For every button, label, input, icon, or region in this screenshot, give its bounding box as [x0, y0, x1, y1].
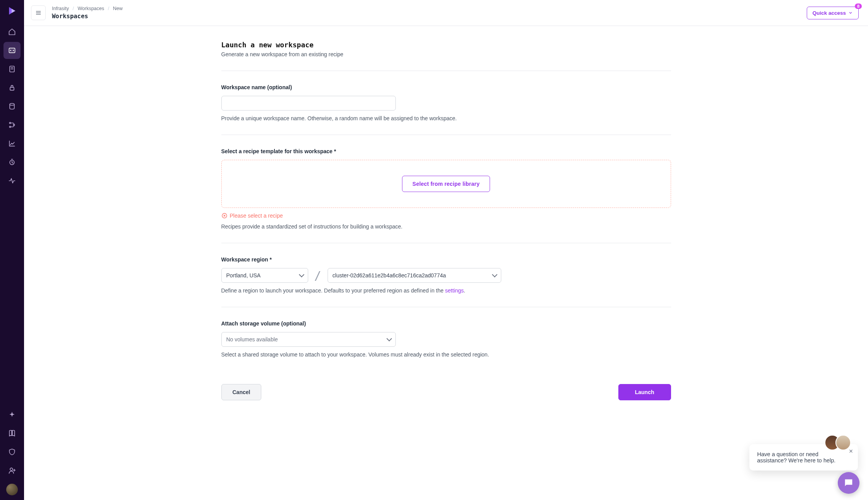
breadcrumb-org[interactable]: Infrasity: [52, 6, 69, 11]
menu-toggle-button[interactable]: [31, 5, 46, 20]
main: Infrasity / Workspaces / New Workspaces …: [24, 0, 868, 500]
region-label: Workspace region *: [221, 256, 671, 263]
nav-invite[interactable]: [3, 462, 21, 479]
nav-recipes[interactable]: [3, 61, 21, 78]
region-help: Define a region to launch your workspace…: [221, 287, 671, 294]
chat-icon: [843, 478, 854, 488]
quick-access-badge: 8: [855, 3, 862, 9]
chat-text: Have a question or need assistance? We'r…: [757, 451, 835, 464]
breadcrumb: Infrasity / Workspaces / New: [52, 6, 123, 11]
cancel-button[interactable]: Cancel: [221, 384, 262, 400]
nav-secrets[interactable]: [3, 79, 21, 96]
nav-docs[interactable]: [3, 425, 21, 442]
nav-analytics[interactable]: [3, 135, 21, 152]
nav-activity[interactable]: [3, 172, 21, 189]
nav-integrations[interactable]: [3, 116, 21, 133]
close-icon: [848, 448, 854, 454]
chat-fab[interactable]: [838, 472, 859, 494]
menu-icon: [35, 9, 42, 16]
form-subtitle: Generate a new workspace from an existin…: [221, 51, 671, 57]
quick-access-button[interactable]: Quick access 8: [807, 7, 859, 19]
nav-scheduler[interactable]: [3, 154, 21, 171]
launch-button[interactable]: Launch: [618, 384, 671, 400]
breadcrumb-workspaces[interactable]: Workspaces: [78, 6, 104, 11]
recipe-help: Recipes provide a standardized set of in…: [221, 223, 671, 230]
quick-access-label: Quick access: [813, 10, 846, 16]
nav-ai[interactable]: [3, 406, 21, 423]
nav-security[interactable]: [3, 443, 21, 460]
breadcrumb-current: New: [113, 6, 123, 11]
svg-point-8: [10, 468, 13, 471]
region-select[interactable]: Portland, USA: [221, 268, 308, 283]
user-avatar[interactable]: [6, 484, 18, 495]
nav-storage[interactable]: [3, 98, 21, 115]
nav-home[interactable]: [3, 23, 21, 40]
svg-rect-0: [9, 48, 15, 53]
logo[interactable]: [6, 5, 18, 17]
svg-rect-2: [10, 87, 14, 90]
nav-workspaces[interactable]: [3, 42, 21, 59]
recipe-dropzone: Select from recipe library: [221, 160, 671, 208]
region-separator: /: [314, 269, 321, 282]
workspace-name-help: Provide a unique workspace name. Otherwi…: [221, 115, 671, 121]
cluster-select[interactable]: cluster-02d62a611e2b4a6c8ec716ca2ad0774a: [328, 268, 501, 283]
volume-help: Select a shared storage volume to attach…: [221, 351, 671, 358]
page-title: Workspaces: [52, 13, 123, 20]
sidebar: [0, 0, 24, 500]
topbar: Infrasity / Workspaces / New Workspaces …: [24, 0, 868, 26]
chevron-down-icon: [848, 10, 853, 15]
chat-bubble: Have a question or need assistance? We'r…: [749, 444, 858, 471]
workspace-name-label: Workspace name (optional): [221, 84, 671, 90]
settings-link[interactable]: settings: [445, 287, 464, 294]
volume-label: Attach storage volume (optional): [221, 320, 671, 327]
svg-point-3: [10, 104, 14, 106]
volume-select[interactable]: No volumes available: [221, 332, 396, 347]
error-icon: [221, 213, 228, 219]
form-title: Launch a new workspace: [221, 41, 671, 49]
workspace-name-input[interactable]: [221, 96, 396, 111]
chat-close-button[interactable]: [847, 447, 855, 455]
select-recipe-button[interactable]: Select from recipe library: [402, 176, 490, 192]
recipe-label: Select a recipe template for this worksp…: [221, 148, 671, 154]
recipe-error: Please select a recipe: [221, 213, 671, 219]
